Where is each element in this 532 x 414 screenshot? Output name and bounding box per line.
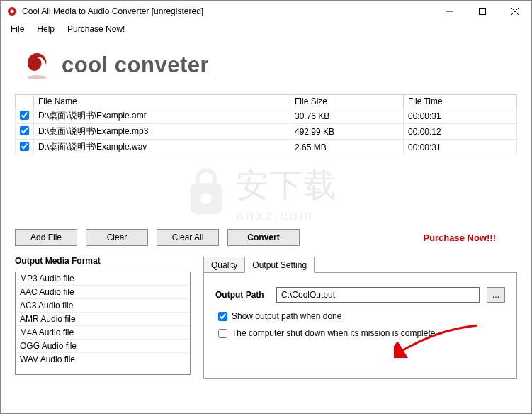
col-filesize[interactable]: File Size bbox=[290, 95, 404, 108]
row-checkbox[interactable] bbox=[20, 142, 29, 151]
row-checkbox[interactable] bbox=[20, 111, 29, 120]
cell-filesize: 492.99 KB bbox=[290, 124, 404, 140]
shutdown-row[interactable]: The computer shut down when its mission … bbox=[218, 328, 505, 338]
output-setting-panel: Output Path ... Show output path when do… bbox=[203, 272, 517, 379]
file-table: File Name File Size File Time D:\桌面\说明书\… bbox=[15, 94, 517, 155]
format-item[interactable]: AAC Audio file bbox=[16, 286, 190, 299]
cell-filetime: 00:00:31 bbox=[404, 108, 517, 124]
row-checkbox[interactable] bbox=[20, 126, 29, 135]
svg-point-1 bbox=[11, 10, 14, 13]
output-path-label: Output Path bbox=[215, 290, 269, 300]
menu-file[interactable]: File bbox=[5, 23, 30, 35]
cell-filename: D:\桌面\说明书\Example.amr bbox=[34, 108, 290, 124]
logo-text: cool conveter bbox=[62, 52, 209, 78]
table-row[interactable]: D:\桌面\说明书\Example.wav2.65 MB00:00:31 bbox=[16, 140, 517, 155]
format-box: Output Media Format MP3 Audio fileAAC Au… bbox=[15, 256, 191, 379]
logo-row: cool conveter bbox=[15, 43, 517, 87]
cell-filename: D:\桌面\说明书\Example.wav bbox=[34, 140, 290, 155]
tabs: Quality Output Setting bbox=[203, 257, 517, 273]
shutdown-checkbox[interactable] bbox=[218, 329, 227, 338]
table-row[interactable]: D:\桌面\说明书\Example.amr30.76 KB00:00:31 bbox=[16, 108, 517, 124]
col-filetime[interactable]: File Time bbox=[404, 95, 517, 108]
tab-quality[interactable]: Quality bbox=[203, 257, 245, 273]
clear-button[interactable]: Clear bbox=[86, 229, 148, 246]
purchase-now-link[interactable]: Purchase Now!!! bbox=[423, 233, 517, 243]
col-filename[interactable]: File Name bbox=[34, 95, 290, 108]
table-empty-area bbox=[15, 155, 517, 218]
button-row: Add File Clear Clear All Convert Purchas… bbox=[15, 229, 517, 246]
logo-icon bbox=[19, 47, 55, 83]
cell-filetime: 00:00:12 bbox=[404, 124, 517, 140]
shutdown-label: The computer shut down when its mission … bbox=[232, 328, 435, 338]
cell-filename: D:\桌面\说明书\Example.mp3 bbox=[34, 124, 290, 140]
settings-panel: Quality Output Setting Output Path ... S… bbox=[203, 256, 517, 379]
format-item[interactable]: MP3 Audio file bbox=[16, 272, 190, 286]
table-row[interactable]: D:\桌面\说明书\Example.mp3492.99 KB00:00:12 bbox=[16, 124, 517, 140]
svg-point-6 bbox=[27, 75, 47, 79]
clear-all-button[interactable]: Clear All bbox=[157, 229, 219, 246]
minimize-button[interactable] bbox=[434, 1, 466, 22]
format-item[interactable]: M4A Audio file bbox=[16, 326, 190, 340]
add-file-button[interactable]: Add File bbox=[15, 229, 77, 246]
browse-button[interactable]: ... bbox=[487, 287, 505, 303]
show-output-path-label: Show output path when done bbox=[232, 311, 341, 321]
app-icon bbox=[6, 6, 18, 17]
format-title: Output Media Format bbox=[15, 256, 191, 266]
format-item[interactable]: WAV Audio file bbox=[16, 353, 190, 366]
window-title: Cool All Media to Audio Converter [unreg… bbox=[22, 6, 434, 16]
close-button[interactable] bbox=[499, 1, 531, 22]
titlebar: Cool All Media to Audio Converter [unreg… bbox=[1, 1, 531, 22]
col-check bbox=[16, 95, 34, 108]
format-item[interactable]: OGG Audio file bbox=[16, 340, 190, 353]
svg-rect-3 bbox=[480, 9, 486, 15]
tab-output-setting[interactable]: Output Setting bbox=[244, 257, 315, 273]
menu-purchase[interactable]: Purchase Now! bbox=[62, 23, 130, 35]
format-item[interactable]: AMR Audio file bbox=[16, 313, 190, 326]
convert-button[interactable]: Convert bbox=[227, 229, 300, 246]
cell-filesize: 30.76 KB bbox=[290, 108, 404, 124]
cell-filesize: 2.65 MB bbox=[290, 140, 404, 155]
cell-filetime: 00:00:31 bbox=[404, 140, 517, 155]
window-controls bbox=[434, 1, 531, 22]
menubar: File Help Purchase Now! bbox=[1, 22, 531, 36]
show-output-path-row[interactable]: Show output path when done bbox=[218, 311, 505, 321]
output-path-input[interactable] bbox=[276, 287, 480, 303]
format-list[interactable]: MP3 Audio fileAAC Audio fileAC3 Audio fi… bbox=[15, 272, 191, 375]
maximize-button[interactable] bbox=[466, 1, 499, 22]
show-output-path-checkbox[interactable] bbox=[218, 312, 227, 321]
menu-help[interactable]: Help bbox=[31, 23, 60, 35]
format-item[interactable]: AC3 Audio file bbox=[16, 299, 190, 313]
